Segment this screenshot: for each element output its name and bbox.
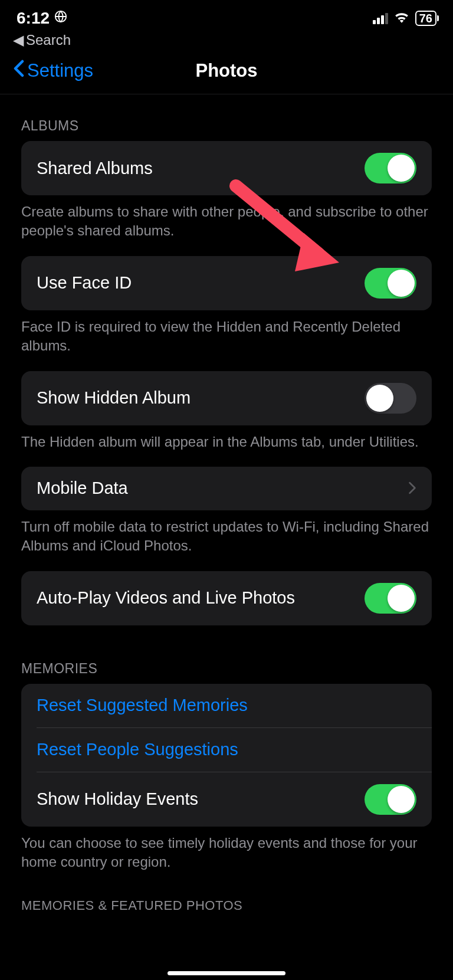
shared-albums-label: Shared Albums bbox=[37, 159, 153, 178]
chevron-right-icon bbox=[408, 478, 416, 499]
use-face-id-footer: Face ID is required to view the Hidden a… bbox=[0, 310, 453, 356]
wifi-icon bbox=[394, 10, 409, 27]
status-time: 6:12 bbox=[17, 9, 50, 28]
reset-people-suggestions-label: Reset People Suggestions bbox=[37, 740, 238, 759]
show-hidden-album-row[interactable]: Show Hidden Album bbox=[21, 371, 432, 425]
section-header-memories: MEMORIES bbox=[0, 625, 453, 684]
show-hidden-album-toggle[interactable] bbox=[365, 383, 416, 414]
show-holiday-events-toggle[interactable] bbox=[365, 784, 416, 815]
use-face-id-toggle[interactable] bbox=[365, 268, 416, 299]
autoplay-row[interactable]: Auto-Play Videos and Live Photos bbox=[21, 571, 432, 625]
section-header-featured: MEMORIES & FEATURED PHOTOS bbox=[0, 872, 453, 920]
mobile-data-footer: Turn off mobile data to restrict updates… bbox=[0, 510, 453, 556]
status-bar: 6:12 76 bbox=[0, 0, 453, 30]
mobile-data-row[interactable]: Mobile Data bbox=[21, 467, 432, 510]
home-indicator[interactable] bbox=[168, 971, 285, 975]
show-holiday-events-label: Show Holiday Events bbox=[37, 789, 198, 809]
show-hidden-album-label: Show Hidden Album bbox=[37, 388, 191, 408]
show-hidden-album-footer: The Hidden album will appear in the Albu… bbox=[0, 425, 453, 451]
breadcrumb[interactable]: ◀︎ Search bbox=[0, 30, 453, 59]
section-header-albums: ALBUMS bbox=[0, 94, 453, 141]
use-face-id-row[interactable]: Use Face ID bbox=[21, 256, 432, 310]
reset-suggested-memories-row[interactable]: Reset Suggested Memories bbox=[21, 684, 432, 727]
page-title: Photos bbox=[195, 60, 257, 81]
shared-albums-row[interactable]: Shared Albums bbox=[21, 141, 432, 195]
reset-people-suggestions-row[interactable]: Reset People Suggestions bbox=[21, 728, 432, 772]
autoplay-toggle[interactable] bbox=[365, 583, 416, 614]
nav-bar: Settings Photos bbox=[0, 59, 453, 94]
cellular-signal-icon bbox=[373, 12, 388, 24]
show-holiday-events-row[interactable]: Show Holiday Events bbox=[21, 772, 432, 827]
nav-back-button[interactable]: Settings bbox=[13, 59, 93, 82]
shared-albums-footer: Create albums to share with other people… bbox=[0, 195, 453, 241]
autoplay-label: Auto-Play Videos and Live Photos bbox=[37, 588, 295, 608]
use-face-id-label: Use Face ID bbox=[37, 273, 132, 293]
memories-footer: You can choose to see timely holiday eve… bbox=[0, 827, 453, 872]
chevron-left-icon bbox=[13, 59, 25, 82]
mobile-data-label: Mobile Data bbox=[37, 478, 128, 498]
shared-albums-toggle[interactable] bbox=[365, 153, 416, 183]
reset-suggested-memories-label: Reset Suggested Memories bbox=[37, 696, 248, 715]
chevron-left-icon: ◀︎ bbox=[13, 32, 24, 48]
battery-indicator: 76 bbox=[415, 11, 436, 26]
globe-icon bbox=[54, 10, 67, 27]
